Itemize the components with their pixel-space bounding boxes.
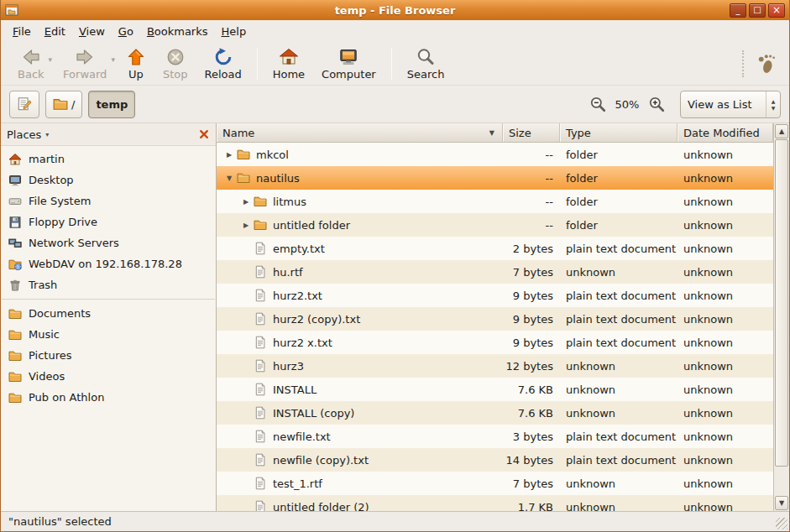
close-button[interactable]: × <box>768 3 785 18</box>
sidebar-item-documents[interactable]: Documents <box>1 303 216 324</box>
menu-help[interactable]: Help <box>215 22 254 41</box>
expander-icon[interactable]: ▶ <box>238 222 254 229</box>
menu-file[interactable]: File <box>6 22 38 41</box>
network-icon <box>8 237 22 250</box>
column-header-name[interactable]: Name ▼ <box>217 123 503 142</box>
toolbar-forward-label: Forward <box>63 68 107 81</box>
file-name: hurz2.txt <box>273 289 322 302</box>
file-row-hu-rtf[interactable]: hu.rtf7 bytesunknownunknown <box>217 260 773 284</box>
file-name: hurz2 (copy).txt <box>273 313 360 326</box>
file-type: folder <box>560 149 678 161</box>
file-name: INSTALL (copy) <box>273 407 354 420</box>
toolbar-reload-button[interactable]: Reload <box>196 44 249 82</box>
zoom-out-button[interactable] <box>589 96 606 112</box>
menu-bookmarks[interactable]: Bookmarks <box>140 22 215 41</box>
column-header-size[interactable]: Size <box>503 123 560 142</box>
file-row-install-copy[interactable]: INSTALL (copy)7.6 KBunknownunknown <box>217 401 773 425</box>
menu-view[interactable]: View <box>72 22 112 41</box>
file-size: -- <box>503 196 560 208</box>
toolbar-up-button[interactable]: Up <box>118 44 154 82</box>
menu-edit[interactable]: Edit <box>38 22 72 41</box>
expander-icon[interactable]: ▼ <box>222 175 237 182</box>
sidebar-item-floppy-drive[interactable]: Floppy Drive <box>1 211 216 232</box>
sidebar-item-label: Floppy Drive <box>29 216 97 228</box>
folder-icon <box>237 171 250 185</box>
view-as-select[interactable]: View as List ▲▼ <box>680 91 781 118</box>
file-row-install[interactable]: INSTALL7.6 KBunknownunknown <box>217 378 773 401</box>
file-size: 3 bytes <box>503 430 560 443</box>
toolbar-search-button[interactable]: Search <box>399 44 453 82</box>
file-name: litmus <box>273 196 306 208</box>
file-type: plain text document <box>560 454 678 467</box>
file-name: empty.txt <box>273 243 325 255</box>
file-row-hurz2-x-txt[interactable]: hurz2 x.txt9 bytesplain text documentunk… <box>217 331 773 354</box>
sidebar-item-file-system[interactable]: File System <box>1 190 216 211</box>
file-row-untitled-folder-2[interactable]: untitled folder (2)1.7 KBunknownunknown <box>217 495 773 511</box>
sidebar-item-music[interactable]: Music <box>1 324 216 345</box>
sidebar-item-label: Pub on Athlon <box>29 391 104 404</box>
file-row-nautilus[interactable]: ▼nautilus--folderunknown <box>217 166 773 190</box>
edit-location-button[interactable] <box>9 91 39 118</box>
scrollbar-thumb[interactable] <box>775 139 788 467</box>
scrollbar-track[interactable] <box>775 139 788 495</box>
file-row-untitled-folder[interactable]: ▶untitled folder--folderunknown <box>217 213 773 237</box>
file-name-cell: newfile.txt <box>217 430 503 443</box>
sidebar-item-trash[interactable]: Trash <box>1 274 216 295</box>
file-row-hurz2-copy-txt[interactable]: hurz2 (copy).txt9 bytesplain text docume… <box>217 307 773 331</box>
file-row-empty-txt[interactable]: empty.txt2 bytesplain text documentunkno… <box>217 237 773 260</box>
file-browser-icon <box>5 3 18 17</box>
root-folder-button[interactable]: / <box>45 91 82 118</box>
home-icon <box>279 47 299 67</box>
places-close-button[interactable] <box>198 128 210 140</box>
file-type: unknown <box>560 383 678 396</box>
file-type: plain text document <box>560 289 678 302</box>
sidebar-item-pictures[interactable]: Pictures <box>1 345 216 366</box>
title-bar[interactable]: temp - File Browser _ □ × <box>1 0 789 20</box>
toolbar-buttons: Back▾Forward▾UpStopReloadHomeComputerSea… <box>9 44 737 83</box>
file-row-litmus[interactable]: ▶litmus--folderunknown <box>217 190 773 213</box>
sidebar-item-martin[interactable]: martin <box>1 149 216 170</box>
sidebar-item-pub-on-athlon[interactable]: Pub on Athlon <box>1 387 216 408</box>
zoom-level: 50% <box>612 98 642 111</box>
column-header-date-modified[interactable]: Date Modified <box>678 123 773 142</box>
throbber <box>749 44 784 83</box>
toolbar-handle[interactable] <box>742 50 744 77</box>
zoom-in-button[interactable] <box>648 96 665 112</box>
toolbar-reload-label: Reload <box>204 68 241 81</box>
file-type: plain text document <box>560 243 678 255</box>
text-file-icon <box>254 289 267 302</box>
file-date-modified: unknown <box>678 172 773 185</box>
sidebar-item-label: WebDAV on 192.168.178.28 <box>29 258 182 270</box>
column-header-type[interactable]: Type <box>560 123 678 142</box>
file-row-test-1-rtf[interactable]: test_1.rtf7 bytesunknownunknown <box>217 472 773 495</box>
file-row-newfile-txt[interactable]: newfile.txt3 bytesplain text documentunk… <box>217 425 773 448</box>
file-date-modified: unknown <box>678 149 773 161</box>
sidebar-item-desktop[interactable]: Desktop <box>1 170 216 190</box>
places-list: martinDesktopFile SystemFloppy DriveNetw… <box>1 146 216 511</box>
file-row-hurz3[interactable]: hurz312 bytesunknownunknown <box>217 354 773 378</box>
file-row-newfile-copy-txt[interactable]: newfile (copy).txt14 bytesplain text doc… <box>217 448 773 472</box>
menu-go[interactable]: Go <box>112 22 140 41</box>
file-row-mkcol[interactable]: ▶mkcol--folderunknown <box>217 143 773 166</box>
scroll-down-button[interactable]: ▼ <box>775 496 788 510</box>
maximize-button[interactable]: □ <box>749 3 766 18</box>
sidebar-item-videos[interactable]: Videos <box>1 366 216 387</box>
toolbar-home-button[interactable]: Home <box>264 44 313 82</box>
file-row-hurz2-txt[interactable]: hurz2.txt9 bytesplain text documentunkno… <box>217 284 773 307</box>
places-selector[interactable]: Places ▾ <box>7 128 49 141</box>
folder-icon <box>53 96 68 112</box>
expander-icon[interactable]: ▶ <box>222 151 237 159</box>
sidebar-item-network-servers[interactable]: Network Servers <box>1 232 216 253</box>
scroll-up-button[interactable]: ▲ <box>775 124 788 138</box>
resize-grip[interactable] <box>776 518 787 529</box>
file-browser-window: temp - File Browser _ □ × FileEditViewGo… <box>0 0 790 532</box>
caret-down-icon: ▾ <box>45 131 49 138</box>
toolbar-computer-button[interactable]: Computer <box>313 44 385 82</box>
file-size: 7 bytes <box>503 266 560 279</box>
file-size: 7 bytes <box>503 477 560 490</box>
current-folder-button[interactable]: temp <box>88 91 135 118</box>
sidebar-item-webdav-on-192-168-178-28[interactable]: WebDAV on 192.168.178.28 <box>1 253 216 274</box>
expander-icon[interactable]: ▶ <box>238 198 254 206</box>
minimize-button[interactable]: _ <box>730 3 746 18</box>
file-type: unknown <box>560 266 678 279</box>
